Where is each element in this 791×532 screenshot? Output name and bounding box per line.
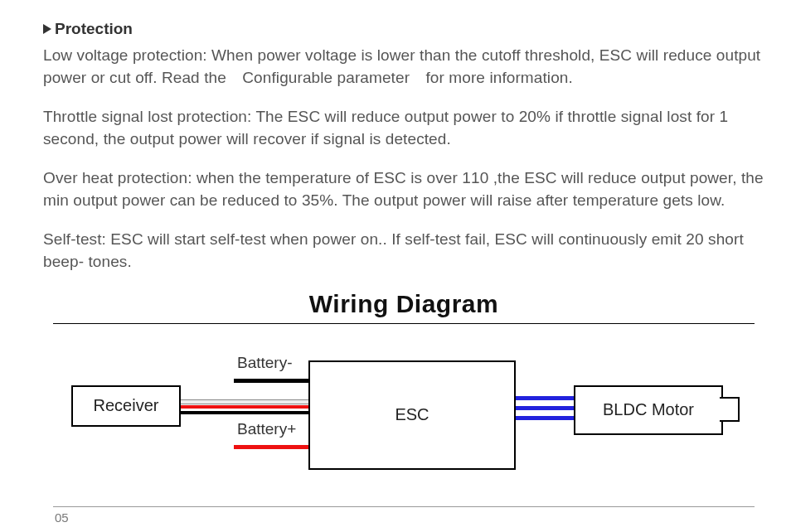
triangle-icon	[43, 24, 51, 34]
receiver-label: Receiver	[94, 396, 159, 415]
paragraph-low-voltage: Low voltage protection: When power volta…	[43, 45, 764, 89]
motor-box: BLDC Motor	[574, 385, 723, 435]
paragraph-overheat: Over heat protection: when the temperatu…	[43, 167, 764, 212]
battery-pos-wire	[234, 445, 308, 449]
section-heading-text: Protection	[55, 20, 133, 38]
receiver-box: Receiver	[71, 385, 181, 427]
receiver-wire-black	[177, 411, 308, 414]
paragraph-throttle: Throttle signal lost protection: The ESC…	[43, 106, 764, 151]
esc-label: ESC	[395, 405, 429, 424]
motor-wire-1	[512, 396, 574, 400]
motor-label: BLDC Motor	[603, 400, 694, 419]
esc-box: ESC	[308, 360, 516, 470]
diagram-title-rule	[53, 323, 755, 324]
page-number: 05	[55, 510, 764, 525]
section-heading: Protection	[43, 20, 764, 38]
lowvoltage-part-c: for more information.	[425, 69, 572, 86]
paragraph-selftest: Self-test: ESC will start self-test when…	[43, 229, 764, 273]
battery-neg-label: Battery-	[237, 354, 293, 372]
wiring-diagram: Battery- Battery+ Receiver ESC BLDC Moto…	[43, 346, 764, 495]
receiver-wire-white	[177, 399, 310, 404]
battery-pos-label: Battery+	[237, 420, 296, 438]
lowvoltage-quoted: Configurable parameter	[242, 69, 410, 86]
battery-neg-wire	[234, 379, 308, 383]
motor-wire-2	[512, 406, 574, 410]
footer-rule	[53, 506, 755, 507]
motor-wire-3	[512, 416, 574, 420]
receiver-wire-red	[177, 405, 308, 409]
motor-shaft	[720, 397, 740, 422]
diagram-title: Wiring Diagram	[43, 290, 764, 318]
